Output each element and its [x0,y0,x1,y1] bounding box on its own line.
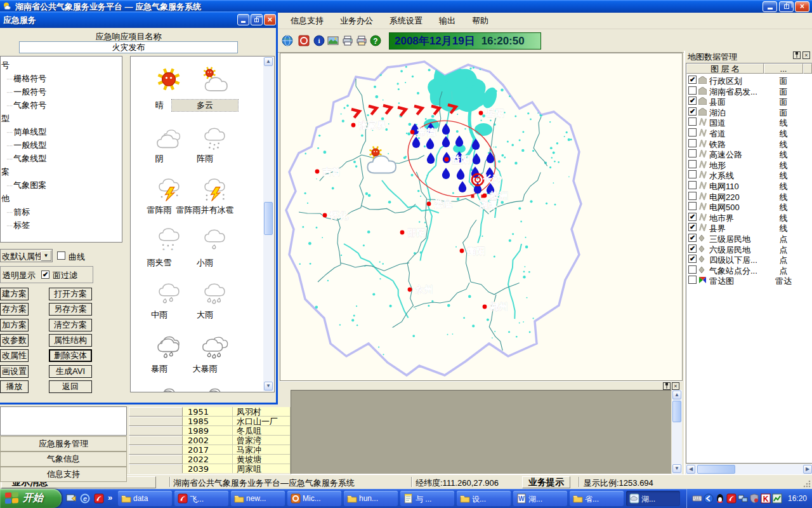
station-name-cell[interactable]: 凤羽村 [233,407,291,417]
scroll-down-icon[interactable]: ▼ [672,464,681,473]
tree-item-气象图案[interactable]: ····气象图案 [1,178,122,192]
weather-panel-scrollbar[interactable]: ▲ ▼ [263,57,273,391]
station-id-cell[interactable]: 2002 [183,436,233,445]
scroll-thumb[interactable] [672,401,681,422]
station-name-cell[interactable]: 周家咀 [233,464,291,473]
map-panel[interactable]: 岳阳张家界常德益阳长沙株洲湘潭娄底吉首怀化邵阳衡阳永州郴州 [280,53,683,381]
language-icon[interactable] [704,493,714,504]
print2-icon[interactable] [356,35,367,46]
weather-symbol-thunder-hail[interactable]: 雷阵雨并有冰雹 [172,176,238,216]
table-row[interactable]: 1951凤羽村 [129,407,291,417]
taskbar-button-与 ...[interactable]: 与 ... [400,491,454,506]
close-icon[interactable]: × [672,382,679,390]
qq-icon[interactable] [715,493,725,504]
network-icon[interactable] [738,493,748,504]
column-header-type[interactable]: ... [764,64,803,74]
station-name-cell[interactable]: 曾家湾 [233,436,291,445]
button-打开方案[interactable]: 打开方案 [49,288,92,300]
fetion-icon[interactable] [726,493,737,504]
sidebar-button-气象信息[interactable]: 气象信息 [0,451,127,467]
scroll-up-icon[interactable]: ▲ [672,391,681,399]
menu-item-业务办公[interactable]: 业务办公 [340,15,373,27]
start-button[interactable]: 开始 [0,489,62,508]
table-row[interactable]: 2039周家咀 [129,464,291,473]
station-name-cell[interactable]: 冬瓜咀 [233,426,291,436]
default-attr-dropdown[interactable]: 改默认属性 ▼ [0,249,53,262]
tree-item-气象线型[interactable]: ····气象线型 [1,152,122,165]
column-header-layer-name[interactable]: 图 层 名 [686,64,764,74]
station-id-cell[interactable]: 1989 [183,426,233,436]
button-另存方案[interactable]: 另存方案 [49,303,92,316]
button-存方案[interactable]: 存方案 [0,303,29,316]
weather-symbol-storm-heavy[interactable]: 大暴雨 [172,333,238,375]
layer-checkbox[interactable] [688,265,697,274]
pin-icon[interactable] [663,382,671,390]
tree-item-型[interactable]: 型 [1,112,122,125]
station-name-cell[interactable]: 马家冲 [233,445,291,455]
layer-name[interactable]: 雷达图 [709,276,734,287]
tree-item-气象符号[interactable]: ····气象符号 [1,98,122,112]
taskbar-button-设...[interactable]: 设... [457,491,511,506]
tree-item-一般线型[interactable]: ····一般线型 [1,138,122,152]
dialog-minimize-button[interactable] [237,14,249,25]
scroll-thumb[interactable] [264,202,273,235]
station-name-cell[interactable]: 水口山一厂 [233,417,291,426]
scroll-right-icon[interactable]: ▶ [803,465,812,474]
close-button[interactable]: × [795,1,809,12]
button-删除实体[interactable]: 删除实体 [49,349,92,362]
scroll-thumb[interactable] [697,465,735,474]
resize-grip[interactable] [803,480,811,488]
button-改参数[interactable]: 改参数 [0,334,29,347]
taskbar-button-hun...[interactable]: hun... [344,491,398,506]
layer-checkbox[interactable] [688,149,697,157]
layer-checkbox[interactable] [688,139,697,147]
scroll-down-icon[interactable]: ▼ [264,382,273,391]
layer-checkbox[interactable] [688,202,697,210]
tree-item-他[interactable]: 他 [1,192,122,205]
taskbar-button-new...[interactable]: new... [231,491,285,506]
table-row[interactable]: 2022黄坡塘 [129,455,291,464]
help-icon[interactable]: ? [370,35,381,46]
tree-item-栅格符号[interactable]: ····栅格符号 [1,72,122,85]
layer-checkbox[interactable]: ✔ [688,244,697,253]
station-id-cell[interactable]: 2039 [183,464,233,473]
taskbar-button-data[interactable]: data [118,491,172,506]
layer-checkbox[interactable]: ✔ [688,213,697,221]
menu-item-帮助[interactable]: 帮助 [472,15,488,27]
layer-checkbox[interactable] [688,170,697,178]
column-header-extra[interactable] [803,64,812,74]
table-row[interactable]: 2002曾家湾 [129,436,291,445]
weather-symbol-shower[interactable]: 阵雨 [172,124,238,164]
layer-checkbox[interactable] [688,160,697,168]
sidebar-button-信息支持[interactable]: 信息支持 [0,467,127,482]
bottom-scrollbar[interactable]: ▲ ▼ [672,390,682,474]
minimize-button[interactable] [763,1,777,12]
hunan-map[interactable]: 岳阳张家界常德益阳长沙株洲湘潭娄底吉首怀化邵阳衡阳永州郴州 [280,53,682,380]
menu-item-输出[interactable]: 输出 [439,15,455,27]
layer-checkbox[interactable]: ✔ [688,234,697,242]
dialog-titlebar[interactable]: 应急服务 × [0,11,276,28]
table-row[interactable]: 2017马家冲 [129,445,291,455]
show-desktop-icon[interactable] [66,493,76,504]
layer-checkbox[interactable] [688,128,697,137]
weather-symbol-sun-cloud[interactable]: 多云 [172,67,238,111]
sidebar-button-应急服务管理[interactable]: 应急服务管理 [0,436,127,451]
button-加方案[interactable]: 加方案 [0,319,29,331]
station-id-cell[interactable]: 1951 [183,407,233,417]
print-icon[interactable] [342,35,353,46]
dialog-close-button[interactable]: × [264,14,276,25]
quicklaunch-chevron-icon[interactable]: » [108,493,112,502]
layer-checkbox[interactable]: ✔ [688,255,697,263]
tree-item-箭标[interactable]: ····箭标 [1,205,122,218]
layer-checkbox[interactable] [688,192,697,200]
button-改属性[interactable]: 改属性 [0,349,29,362]
tree-item-一般符号[interactable]: ····一般符号 [1,85,122,98]
menu-item-系统设置[interactable]: 系统设置 [390,15,422,27]
button-建方案[interactable]: 建方案 [0,288,29,300]
tree-item-简单线型[interactable]: ····简单线型 [1,125,122,138]
table-row[interactable]: 1985水口山一厂 [129,417,291,426]
kaspersky-icon[interactable]: K [761,493,771,504]
scroll-left-icon[interactable]: ◀ [686,465,695,474]
close-icon[interactable]: × [802,51,810,59]
tree-item-案[interactable]: 案 [1,165,122,178]
